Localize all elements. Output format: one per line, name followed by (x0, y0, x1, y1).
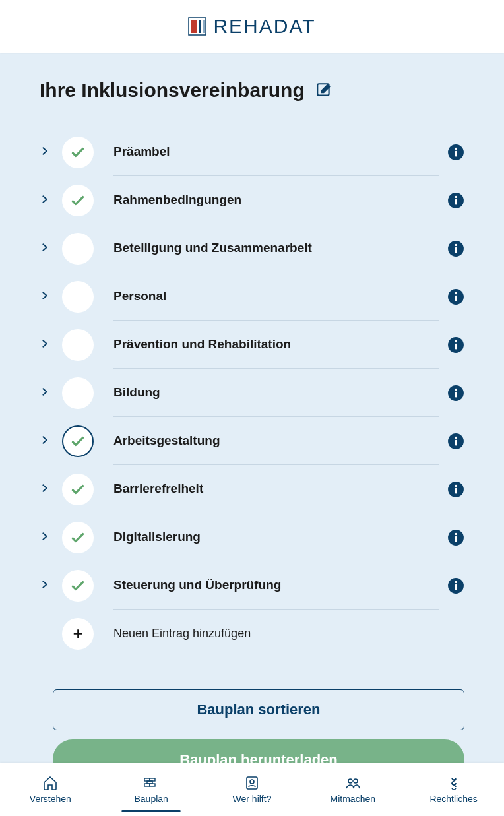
brand-mark-icon (188, 17, 206, 36)
section-label: Präambel (113, 144, 170, 159)
status-circle (62, 281, 94, 313)
nav-label: Mitmachen (331, 794, 375, 804)
chevron-right-icon (40, 242, 50, 255)
bottom-nav: VerstehenBauplanWer hilft?MitmachenRecht… (0, 763, 504, 816)
section-label: Steuerung und Überprüfung (113, 578, 281, 592)
svg-point-34 (455, 581, 457, 582)
status-circle (62, 377, 94, 409)
info-icon[interactable] (447, 288, 464, 305)
section-item[interactable]: Bildung (40, 369, 464, 417)
svg-rect-2 (199, 20, 201, 33)
info-icon[interactable] (447, 481, 464, 498)
section-label: Barrierefreiheit (113, 482, 203, 496)
svg-rect-30 (455, 536, 457, 542)
info-icon[interactable] (447, 529, 464, 546)
svg-rect-24 (455, 439, 457, 445)
svg-rect-18 (455, 343, 457, 349)
chevron-right-icon (40, 483, 50, 496)
nav-label: Verstehen (30, 794, 71, 804)
section-item[interactable]: Personal (40, 272, 464, 321)
svg-point-10 (455, 195, 457, 197)
nav-item-bricks[interactable]: Bauplan (101, 763, 202, 816)
section-item[interactable]: Digitalisierung (40, 513, 464, 561)
svg-rect-33 (455, 584, 457, 590)
section-label: Prävention und Rehabilitation (113, 337, 291, 352)
section-item[interactable]: Barrierefreiheit (40, 465, 464, 513)
svg-rect-9 (455, 199, 457, 204)
brand-logo[interactable]: REHADAT (188, 15, 315, 38)
svg-point-31 (455, 532, 457, 534)
svg-point-7 (455, 147, 457, 149)
app-header: REHADAT (0, 0, 504, 53)
info-icon[interactable] (447, 385, 464, 402)
page-title: Ihre Inklusionsvereinbarung (40, 79, 305, 102)
add-entry-item[interactable]: +Neuen Eintrag hinzufügen (40, 610, 464, 658)
svg-rect-6 (455, 150, 457, 156)
svg-point-16 (455, 292, 457, 294)
svg-point-22 (455, 388, 457, 390)
status-circle (62, 233, 94, 265)
nav-label: Bauplan (135, 794, 168, 804)
chevron-right-icon (40, 146, 50, 159)
chevron-right-icon (40, 338, 50, 352)
section-label: Arbeitsgestaltung (113, 433, 220, 448)
section-label: Digitalisierung (113, 530, 201, 544)
add-entry-label: Neuen Eintrag hinzufügen (113, 627, 251, 641)
status-circle (62, 185, 94, 216)
contact-icon (244, 775, 260, 791)
chevron-right-icon (40, 387, 50, 400)
nav-label: Rechtliches (429, 794, 477, 804)
section-item[interactable]: Arbeitsgestaltung (40, 417, 464, 465)
section-label: Bildung (113, 385, 160, 400)
info-icon[interactable] (447, 192, 464, 209)
section-label: Personal (113, 289, 166, 303)
home-icon (42, 775, 58, 791)
nav-item-home[interactable]: Verstehen (0, 763, 101, 816)
section-label: Beteiligung und Zusammenarbeit (113, 241, 312, 255)
info-icon[interactable] (447, 433, 464, 450)
people-icon (345, 775, 361, 791)
sort-button[interactable]: Bauplan sortieren (53, 689, 464, 730)
section-item[interactable]: Prävention und Rehabilitation (40, 321, 464, 369)
svg-rect-21 (455, 391, 457, 397)
status-circle (62, 425, 94, 457)
svg-rect-15 (455, 295, 457, 301)
nav-label: Wer hilft? (233, 794, 272, 804)
section-label: Rahmenbedingungen (113, 193, 241, 207)
plus-circle: + (62, 618, 94, 650)
section-item[interactable]: Präambel (40, 128, 464, 176)
svg-rect-27 (455, 487, 457, 493)
edit-icon[interactable] (315, 82, 332, 99)
main-content: Ihre Inklusionsvereinbarung PräambelRahm… (0, 53, 504, 816)
section-item[interactable]: Steuerung und Überprüfung (40, 561, 464, 610)
status-circle (62, 329, 94, 361)
chevron-right-icon (40, 579, 50, 592)
chevron-right-icon (40, 531, 50, 544)
svg-rect-12 (455, 247, 457, 253)
bricks-icon (143, 775, 159, 791)
info-icon[interactable] (447, 336, 464, 354)
svg-point-25 (455, 436, 457, 438)
svg-rect-3 (203, 20, 205, 33)
status-circle (62, 570, 94, 602)
plus-icon: + (73, 623, 82, 644)
svg-point-28 (455, 484, 457, 486)
law-icon (446, 775, 462, 791)
chevron-right-icon (40, 194, 50, 207)
status-circle (62, 474, 94, 505)
section-item[interactable]: Rahmenbedingungen (40, 176, 464, 224)
chevron-right-icon (40, 435, 50, 448)
nav-item-contact[interactable]: Wer hilft? (202, 763, 303, 816)
svg-rect-1 (191, 20, 197, 33)
brand-text: REHADAT (213, 15, 315, 38)
info-icon[interactable] (447, 144, 464, 161)
section-list: PräambelRahmenbedingungenBeteiligung und… (40, 128, 464, 658)
info-icon[interactable] (447, 577, 464, 594)
nav-item-law[interactable]: Rechtliches (403, 763, 504, 816)
info-icon[interactable] (447, 240, 464, 257)
svg-point-13 (455, 243, 457, 245)
status-circle (62, 137, 94, 168)
section-item[interactable]: Beteiligung und Zusammenarbeit (40, 224, 464, 272)
nav-item-people[interactable]: Mitmachen (302, 763, 403, 816)
status-circle (62, 522, 94, 553)
